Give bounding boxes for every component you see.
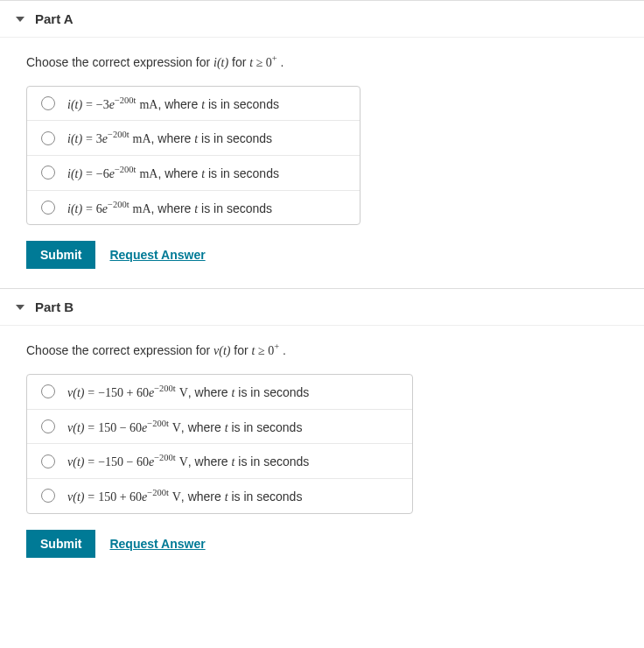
- part-b-section: Part B Choose the correct expression for…: [0, 288, 644, 576]
- option-row[interactable]: i(t) = −3e−200t mA, where t is in second…: [27, 87, 360, 121]
- option-label: v(t) = −150 + 60e−200t V, where t is in …: [67, 384, 309, 400]
- radio-icon: [41, 454, 55, 468]
- part-a-header[interactable]: Part A: [0, 1, 644, 38]
- radio-icon: [41, 166, 55, 180]
- option-label: i(t) = −6e−200t mA, where t is in second…: [67, 165, 279, 181]
- part-b-body: Choose the correct expression for v(t) f…: [0, 326, 644, 576]
- part-b-title: Part B: [35, 299, 74, 314]
- submit-button[interactable]: Submit: [26, 530, 95, 558]
- prompt-mid: for: [230, 343, 251, 357]
- chevron-down-icon: [16, 17, 24, 22]
- part-a-actions: Submit Request Answer: [26, 241, 618, 269]
- part-b-actions: Submit Request Answer: [26, 530, 618, 558]
- radio-icon: [41, 419, 55, 433]
- radio-icon: [41, 201, 55, 215]
- prompt-func: v(t): [214, 344, 230, 357]
- option-row[interactable]: i(t) = 3e−200t mA, where t is in seconds: [27, 120, 360, 155]
- part-b-options: v(t) = −150 + 60e−200t V, where t is in …: [26, 374, 413, 514]
- part-b-header[interactable]: Part B: [0, 289, 644, 326]
- prompt-suffix: .: [277, 55, 284, 69]
- prompt-text: Choose the correct expression for: [26, 55, 214, 69]
- prompt-cond-op: ≥: [255, 344, 268, 357]
- prompt-mid: for: [228, 55, 249, 69]
- option-row[interactable]: v(t) = −150 + 60e−200t V, where t is in …: [27, 375, 412, 409]
- option-label: i(t) = 3e−200t mA, where t is in seconds: [67, 130, 272, 146]
- radio-icon: [41, 131, 55, 145]
- option-label: i(t) = 6e−200t mA, where t is in seconds: [67, 200, 272, 216]
- option-label: i(t) = −3e−200t mA, where t is in second…: [67, 95, 279, 112]
- option-row[interactable]: i(t) = 6e−200t mA, where t is in seconds: [27, 190, 360, 225]
- option-row[interactable]: v(t) = −150 − 60e−200t V, where t is in …: [27, 443, 412, 478]
- request-answer-link[interactable]: Request Answer: [109, 537, 205, 551]
- prompt-func: i(t): [214, 56, 228, 69]
- part-a-options: i(t) = −3e−200t mA, where t is in second…: [26, 86, 360, 226]
- request-answer-link[interactable]: Request Answer: [109, 248, 205, 262]
- option-row[interactable]: i(t) = −6e−200t mA, where t is in second…: [27, 155, 360, 190]
- prompt-text: Choose the correct expression for: [26, 343, 214, 357]
- chevron-down-icon: [16, 305, 24, 310]
- part-a-body: Choose the correct expression for i(t) f…: [0, 38, 644, 288]
- option-label: v(t) = 150 − 60e−200t V, where t is in s…: [67, 419, 302, 435]
- option-row[interactable]: v(t) = 150 − 60e−200t V, where t is in s…: [27, 409, 412, 444]
- part-a-section: Part A Choose the correct expression for…: [0, 0, 644, 288]
- option-label: v(t) = 150 + 60e−200t V, where t is in s…: [67, 488, 302, 504]
- option-row[interactable]: v(t) = 150 + 60e−200t V, where t is in s…: [27, 478, 412, 513]
- prompt-cond-op: ≥: [253, 56, 266, 69]
- radio-icon: [41, 384, 55, 398]
- prompt-cond-rhs: 0: [266, 56, 272, 69]
- option-label: v(t) = −150 − 60e−200t V, where t is in …: [67, 453, 309, 469]
- part-b-prompt: Choose the correct expression for v(t) f…: [26, 342, 618, 358]
- prompt-suffix: .: [279, 343, 286, 357]
- radio-icon: [41, 489, 55, 503]
- submit-button[interactable]: Submit: [26, 241, 95, 269]
- part-a-title: Part A: [35, 11, 74, 26]
- radio-icon: [41, 96, 55, 110]
- part-a-prompt: Choose the correct expression for i(t) f…: [26, 53, 618, 70]
